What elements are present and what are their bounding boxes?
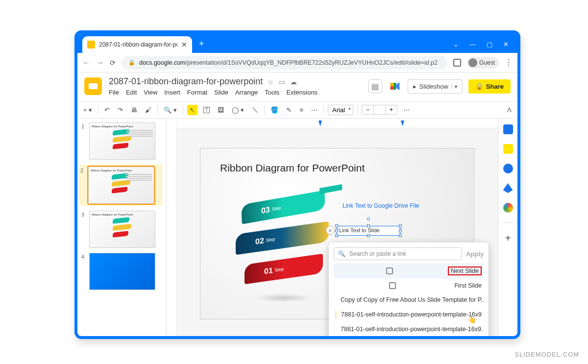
browser-tab[interactable]: 2087-01-ribbon-diagram-for-po ✕ <box>82 36 192 53</box>
slideshow-label: Slideshow <box>419 83 448 90</box>
window-maximize-icon[interactable]: ▢ <box>487 41 492 48</box>
undo-icon[interactable]: ↶ <box>102 104 112 116</box>
cloud-status-icon[interactable]: ☁ <box>290 78 297 86</box>
link-item-label: 7881-01-self-introduction-powerpoint-tem… <box>341 311 482 318</box>
slide-icon <box>389 282 396 289</box>
font-size-decrease[interactable]: − <box>362 105 374 114</box>
menu-view[interactable]: View <box>144 89 157 96</box>
slideshow-button[interactable]: ▸ Slideshow ▾ <box>408 79 463 94</box>
move-icon[interactable]: ▭ <box>279 78 285 86</box>
menu-edit[interactable]: Edit <box>126 89 137 96</box>
slide-title[interactable]: Ribbon Diagram for PowerPoint <box>220 162 365 174</box>
thumbnail-slide-1[interactable]: Ribbon Diagram for PowerPoint <box>89 122 155 160</box>
font-size-stepper[interactable]: − + <box>362 105 397 115</box>
drag-handle-icon[interactable]: ≡ <box>326 226 335 235</box>
contacts-icon[interactable] <box>503 183 513 193</box>
menu-format[interactable]: Format <box>187 89 207 96</box>
shape-icon[interactable]: ◯ ▾ <box>230 104 246 116</box>
zoom-icon[interactable]: 🔍 ▾ <box>162 104 179 116</box>
thumbnail-slide-3[interactable]: Ribbon Diagram for PowerPoint <box>89 211 155 248</box>
thumb-title: Ribbon Diagram for PowerPoint <box>91 169 152 172</box>
tab-title: 2087-01-ribbon-diagram-for-po <box>99 41 177 48</box>
nav-back-icon[interactable]: ← <box>82 58 90 67</box>
document-title[interactable]: 2087-01-ribbon-diagram-for-powerpoint <box>109 76 263 87</box>
line-icon[interactable]: ＼ <box>250 103 260 116</box>
tasks-icon[interactable] <box>503 164 513 173</box>
slide-icon <box>386 267 393 274</box>
avatar-icon <box>468 58 477 67</box>
menu-tools[interactable]: Tools <box>265 89 279 96</box>
profile-chip[interactable]: Guest <box>467 57 499 69</box>
border-dash-icon[interactable]: ⋯ <box>309 104 319 116</box>
link-text-drive[interactable]: Link Text to Google Drive File <box>343 202 419 209</box>
maps-icon[interactable] <box>503 203 513 213</box>
reload-icon[interactable]: ⟳ <box>110 59 116 67</box>
redo-icon[interactable]: ↷ <box>116 104 125 116</box>
ribbon-diagram[interactable]: 03 Step 02 Step 01 Step <box>230 197 328 305</box>
extensions-icon[interactable] <box>453 59 461 67</box>
more-tools-icon[interactable]: ⋯ <box>401 104 412 116</box>
star-icon[interactable]: ☆ <box>268 78 274 86</box>
paint-format-icon[interactable]: 🖌 <box>143 104 153 116</box>
browser-url-bar: ← → ⟳ 🔒 docs.google.com/presentation/d/1… <box>77 53 517 73</box>
window-dash-icon[interactable]: — <box>469 41 476 48</box>
hide-menus-icon[interactable]: ᐱ <box>505 104 514 116</box>
border-weight-icon[interactable]: ≡ <box>297 104 305 116</box>
font-size-value[interactable] <box>374 105 386 114</box>
menu-insert[interactable]: Insert <box>164 89 180 96</box>
keep-icon[interactable] <box>503 144 513 154</box>
menu-file[interactable]: File <box>109 89 119 96</box>
add-on-button[interactable]: + <box>505 233 511 244</box>
selected-textbox[interactable]: Link Text to Slide <box>337 226 400 236</box>
browser-menu-icon[interactable]: ⋮ <box>505 58 513 67</box>
link-search-placeholder: Search or paste a link <box>349 250 406 257</box>
slides-app-icon[interactable] <box>84 77 102 95</box>
lock-icon: 🔒 <box>128 59 135 66</box>
comments-icon[interactable]: ▤ <box>368 79 382 93</box>
window-close-icon[interactable]: ✕ <box>503 41 509 48</box>
nav-forward-icon[interactable]: → <box>96 58 104 67</box>
meet-icon[interactable] <box>388 79 402 93</box>
select-tool-icon[interactable]: ↖ <box>187 105 197 115</box>
link-option-first-slide[interactable]: First Slide <box>334 279 484 292</box>
content-area: 1 Ribbon Diagram for PowerPoint 2 Ribbon… <box>77 119 517 339</box>
textbox-icon[interactable]: 🅃 <box>201 104 212 116</box>
link-item-label: Copy of Copy of Free About Us Slide Temp… <box>341 296 484 303</box>
tab-close-icon[interactable]: ✕ <box>181 41 187 49</box>
border-color-icon[interactable]: ✎ <box>284 104 294 116</box>
vertical-ruler <box>167 119 176 339</box>
window-minimize-icon[interactable]: ⌄ <box>453 41 459 48</box>
menu-arrange[interactable]: Arrange <box>235 89 258 96</box>
new-tab-button[interactable]: + <box>199 39 204 49</box>
ribbon-step-3[interactable]: 03 Step <box>241 190 325 224</box>
rotate-handle[interactable] <box>367 218 370 220</box>
slide-canvas-bg[interactable]: Ribbon Diagram for PowerPoint 03 Step 02… <box>176 128 498 339</box>
share-lock-icon: 🔒 <box>475 83 483 90</box>
image-icon[interactable]: 🖼 <box>216 104 226 116</box>
thumbnail-slide-2[interactable]: Ribbon Diagram for PowerPoint <box>88 167 154 204</box>
slideshow-dropdown-icon[interactable]: ▾ <box>451 84 457 89</box>
fill-color-icon[interactable]: 🪣 <box>269 104 280 116</box>
slide-canvas[interactable]: Ribbon Diagram for PowerPoint 03 Step 02… <box>200 148 474 319</box>
link-search-input[interactable]: 🔍 Search or paste a link <box>334 247 462 260</box>
calendar-icon[interactable] <box>503 124 513 134</box>
url-input[interactable]: 🔒 docs.google.com/presentation/d/1SsVVQd… <box>122 56 447 70</box>
print-icon[interactable]: 🖶 <box>129 104 139 116</box>
new-slide-button[interactable]: + ▾ <box>81 104 94 116</box>
link-option-presentation-3[interactable]: 7881-01-self-introduction-powerpoint-tem… <box>334 322 484 337</box>
search-icon: 🔍 <box>338 250 345 257</box>
font-size-increase[interactable]: + <box>386 105 397 114</box>
font-selector[interactable]: Arial <box>328 105 353 115</box>
slides-file-icon <box>336 311 336 318</box>
ribbon-step-1[interactable]: 01 Step <box>245 254 323 284</box>
link-option-presentation-2[interactable]: 7881-01-self-introduction-powerpoint-tem… <box>334 307 484 322</box>
share-button[interactable]: 🔒 Share <box>468 79 511 94</box>
link-option-presentation-1[interactable]: Copy of Copy of Free About Us Slide Temp… <box>334 292 484 307</box>
menu-slide[interactable]: Slide <box>214 89 228 96</box>
link-option-next-slide[interactable]: Next Slide <box>334 263 484 279</box>
menu-extensions[interactable]: Extensions <box>287 89 318 96</box>
apply-button[interactable]: Apply <box>466 250 484 258</box>
thumbnail-slide-4[interactable] <box>89 253 155 290</box>
side-panel: + <box>498 119 517 339</box>
ribbon-step-2[interactable]: 02 Step <box>236 221 329 255</box>
